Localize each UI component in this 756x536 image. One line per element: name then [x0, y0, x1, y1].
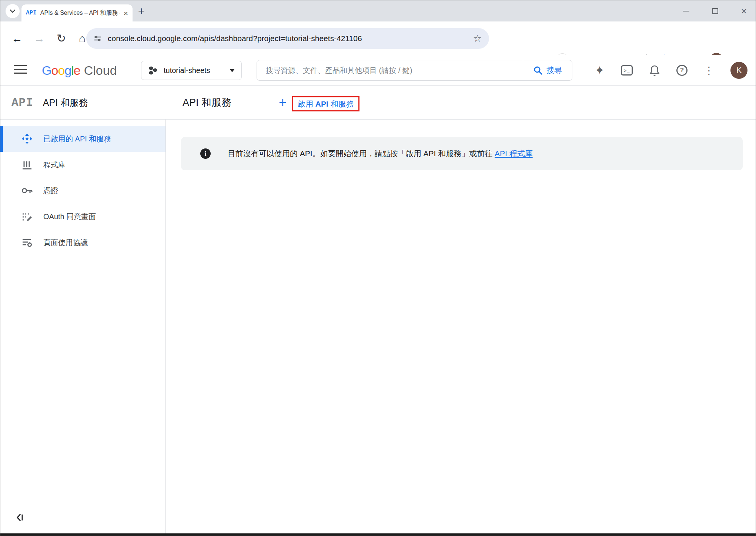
logo-letter: g — [64, 63, 71, 78]
project-selector-button[interactable]: tutorial-sheets — [141, 61, 242, 80]
collapse-sidebar-button[interactable] — [16, 513, 26, 524]
banner-text: 目前沒有可以使用的 API。如要開始使用，請點按「啟用 API 和服務」或前往 … — [228, 148, 533, 159]
no-apis-info-banner: i 目前沒有可以使用的 API。如要開始使用，請點按「啟用 API 和服務」或前… — [181, 137, 743, 170]
gcp-search-bar: 搜尋 — [257, 60, 572, 81]
enable-button-text: 啟用 — [298, 99, 315, 109]
tab-close-icon[interactable]: × — [124, 9, 128, 17]
search-button-label: 搜尋 — [546, 65, 562, 76]
tab-favicon-api-icon: API — [26, 10, 37, 16]
oauth-consent-icon — [21, 211, 33, 222]
sidebar-item-library[interactable]: 程式庫 — [0, 152, 165, 178]
sidebar-item-label: 憑證 — [43, 186, 58, 196]
chevron-down-icon — [10, 9, 16, 13]
browser-toolbar: ← → ↻ ⌂ console.cloud.google.com/apis/da… — [0, 21, 756, 55]
banner-message: 目前沒有可以使用的 API。如要開始使用，請點按「啟用 API 和服務」或前往 — [228, 149, 495, 158]
sidebar-item-page-usage-agreements[interactable]: 頁面使用協議 — [0, 230, 165, 255]
window-bottom-edge — [0, 533, 756, 536]
google-cloud-logo[interactable]: G o o g l e Cloud — [42, 55, 117, 86]
collapse-chevron-icon — [16, 513, 26, 522]
forward-icon[interactable]: → — [34, 21, 45, 55]
url-text[interactable]: console.cloud.google.com/apis/dashboard?… — [108, 34, 467, 43]
gcp-search-button[interactable]: 搜尋 — [523, 60, 572, 80]
logo-letter: G — [42, 63, 51, 78]
enable-button-text: 和服務 — [328, 99, 354, 109]
enable-apis-button[interactable]: 啟用 API 和服務 — [292, 96, 359, 111]
back-icon[interactable]: ← — [11, 21, 23, 55]
window-maximize-icon[interactable] — [712, 8, 718, 14]
browser-window: API APIs & Services – API 和服務 – × + × ← … — [0, 0, 756, 536]
tab-search-button[interactable] — [6, 4, 20, 18]
sidebar-item-label: 已啟用的 API 和服務 — [43, 134, 111, 144]
enable-button-text-bold: API — [315, 100, 328, 108]
notifications-bell-icon[interactable] — [649, 64, 660, 76]
logo-letter: o — [58, 63, 64, 78]
api-product-icon: API — [11, 96, 33, 109]
project-hexagons-icon — [148, 66, 158, 75]
plus-icon: + — [279, 86, 287, 120]
key-icon — [21, 185, 33, 197]
gcp-header: G o o g l e Cloud tutorial-sheets — [0, 55, 756, 86]
search-icon — [533, 66, 543, 75]
library-icon — [21, 159, 33, 171]
sidebar-item-label: OAuth 同意畫面 — [43, 212, 96, 222]
home-icon[interactable]: ⌂ — [79, 21, 86, 55]
sidebar-item-oauth-consent[interactable]: OAuth 同意畫面 — [0, 204, 165, 230]
gcp-more-options-icon[interactable]: ⋮ — [704, 64, 714, 77]
sidebar-item-label: 頁面使用協議 — [43, 238, 88, 248]
logo-letter: o — [51, 63, 58, 78]
cloud-shell-icon[interactable]: >_ — [621, 65, 633, 76]
sidebar-item-label: 程式庫 — [43, 160, 66, 170]
sidebar-product-title: API 和服務 — [43, 97, 88, 109]
logo-cloud-text: Cloud — [84, 63, 117, 78]
page-title: API 和服務 — [183, 86, 231, 120]
gcp-account-avatar[interactable]: K — [730, 62, 747, 79]
agreements-gear-icon — [21, 237, 33, 248]
dashboard-arrows-icon — [21, 133, 33, 145]
window-controls: × — [683, 0, 747, 21]
reload-icon[interactable]: ↻ — [57, 21, 66, 55]
api-library-link[interactable]: API 程式庫 — [495, 149, 533, 158]
help-icon[interactable]: ? — [676, 65, 688, 76]
tab-title: APIs & Services – API 和服務 – — [40, 9, 120, 17]
browser-tab[interactable]: API APIs & Services – API 和服務 – × — [21, 4, 133, 21]
bookmark-star-icon[interactable]: ☆ — [473, 33, 482, 44]
navigation-menu-icon[interactable] — [14, 65, 27, 76]
sidebar-nav: 已啟用的 API 和服務 程式庫 — [0, 120, 166, 533]
gcp-search-input[interactable] — [257, 66, 523, 75]
window-close-icon[interactable]: × — [741, 6, 747, 16]
gemini-sparkle-icon[interactable]: ✦ — [595, 63, 605, 77]
sidebar-item-credentials[interactable]: 憑證 — [0, 178, 165, 204]
logo-letter: e — [74, 63, 80, 78]
gcp-header-icons: ✦ >_ ? ⋮ K — [595, 55, 747, 86]
new-tab-button[interactable]: + — [138, 5, 145, 17]
browser-titlebar: API APIs & Services – API 和服務 – × + × — [0, 0, 756, 21]
sidebar-item-enabled-apis[interactable]: 已啟用的 API 和服務 — [0, 126, 165, 152]
address-bar[interactable]: console.cloud.google.com/apis/dashboard?… — [86, 28, 489, 49]
window-minimize-icon[interactable] — [683, 11, 689, 11]
sidebar-header: API API 和服務 — [0, 86, 166, 120]
info-icon: i — [200, 148, 211, 159]
project-name: tutorial-sheets — [164, 66, 210, 75]
project-caret-down-icon — [230, 69, 235, 72]
site-settings-icon[interactable] — [94, 34, 102, 43]
